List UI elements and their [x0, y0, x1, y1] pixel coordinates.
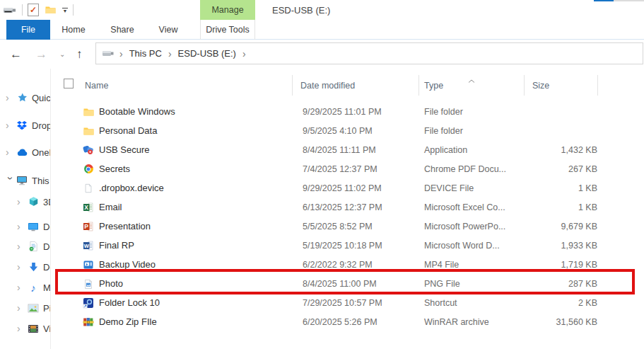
mp4-icon [82, 255, 95, 274]
toolbar-caret-icon[interactable]: ▼ [62, 1, 68, 18]
sidebar-item-music[interactable]: › ♪ Music [0, 278, 51, 297]
file-date: 6/2/2022 9:32 PM [303, 255, 373, 274]
file-row[interactable]: Secrets 7/4/2025 12:37 PM Chrome PDF Doc… [51, 159, 644, 178]
file-type: Microsoft Word D... [424, 236, 500, 255]
column-divider[interactable] [597, 75, 598, 96]
file-size: 267 KB [568, 159, 597, 178]
chevron-right-icon[interactable]: › [17, 282, 27, 293]
column-header-date-modified[interactable]: Date modified [300, 81, 355, 91]
film-icon [27, 323, 40, 334]
column-divider[interactable] [418, 75, 419, 96]
main-area: › Quick access › Dropbox › OneDrive › Th… [0, 69, 644, 349]
tab-view[interactable]: View [151, 20, 185, 40]
tab-file[interactable]: File [6, 20, 50, 40]
winrar-icon [82, 312, 95, 331]
folder-icon[interactable] [45, 1, 57, 18]
cloud-icon [16, 147, 28, 158]
select-all-checkbox[interactable] [64, 79, 74, 88]
forward-arrow-icon[interactable]: → [35, 40, 47, 69]
titlebar-accent-strip [594, 0, 614, 1]
column-header-size[interactable]: Size [532, 81, 549, 91]
sidebar-item-label: 3D Objects [43, 197, 51, 207]
star-icon [16, 92, 28, 103]
address-field[interactable]: › This PC › ESD-USB (E:) › [95, 42, 643, 64]
file-row[interactable]: Bootable Windows 9/29/2025 11:01 PM File… [51, 102, 644, 121]
file-type: Microsoft PowerPo... [424, 217, 505, 236]
file-row[interactable]: Folder Lock 10 7/29/2025 10:57 PM Shortc… [51, 293, 644, 312]
png-image-icon [82, 274, 95, 293]
file-date: 9/5/2025 4:10 PM [303, 121, 373, 140]
file-row[interactable]: Backup Video 6/2/2022 9:32 PM MP4 File 1… [51, 255, 644, 274]
computer-icon [16, 175, 28, 186]
sidebar-item-quick-access[interactable]: › Quick access [0, 88, 51, 107]
file-type: Microsoft Excel Co... [424, 198, 505, 217]
tab-share[interactable]: Share [105, 20, 140, 40]
breadcrumb-this-pc[interactable]: This PC [127, 48, 165, 59]
shortcut-icon [82, 293, 95, 312]
file-size: 1,432 KB [561, 140, 597, 159]
chrome-icon [82, 159, 95, 178]
file-row[interactable]: Demo Zip FIle 6/20/2025 5:26 PM WinRAR a… [51, 312, 644, 331]
sidebar-item-3d-objects[interactable]: › 3D Objects [0, 193, 51, 211]
file-row[interactable]: Personal Data 9/5/2025 4:10 PM File fold… [51, 121, 644, 140]
sidebar-item-documents[interactable]: › Documents [0, 237, 51, 256]
tab-drive-tools[interactable]: Drive Tools [200, 20, 255, 40]
checkbox-icon[interactable]: ✓ [28, 4, 39, 16]
column-header-type[interactable]: Type [424, 81, 443, 91]
recent-locations-caret-icon[interactable]: ⌄ [59, 40, 65, 69]
file-type: Chrome PDF Docu... [424, 159, 506, 178]
file-row[interactable]: .dropbox.device 9/29/2025 11:02 PM DEVIC… [51, 178, 644, 198]
chevron-right-icon[interactable]: › [17, 323, 27, 334]
chevron-down-icon[interactable]: › [5, 177, 16, 187]
back-arrow-icon[interactable]: ← [10, 40, 22, 69]
column-divider[interactable] [292, 75, 293, 96]
sidebar-item-label: Quick access [32, 93, 51, 103]
sidebar-item-dropbox[interactable]: › Dropbox [0, 116, 51, 135]
file-type: Application [424, 140, 467, 159]
tab-home[interactable]: Home [55, 20, 92, 40]
picture-icon [27, 302, 40, 314]
chevron-right-icon[interactable]: › [17, 302, 27, 314]
file-explorer-window: ✓ ▼ Manage ESD-USB (E:) File Home Share … [0, 0, 644, 349]
chevron-right-icon[interactable]: › [17, 261, 27, 273]
file-size: 1,719 KB [561, 255, 597, 274]
sidebar-item-desktop[interactable]: › Desktop [0, 217, 51, 236]
file-date: 5/5/2025 8:52 PM [303, 217, 373, 236]
download-arrow-icon [27, 261, 40, 273]
up-arrow-icon[interactable]: ↑ [76, 40, 83, 69]
file-type: File folder [424, 102, 463, 121]
file-type: PNG File [424, 274, 460, 293]
usb-drive-icon[interactable] [3, 1, 17, 18]
file-name: Photo [99, 274, 123, 293]
sidebar-item-label: Documents [43, 241, 51, 252]
chevron-right-icon[interactable]: › [6, 92, 16, 103]
file-row[interactable]: P Presentation 5/5/2025 8:52 PM Microsof… [51, 217, 644, 236]
breadcrumb-separator: › [165, 48, 175, 59]
sidebar-item-onedrive[interactable]: › OneDrive [0, 143, 51, 161]
column-divider[interactable] [524, 75, 525, 96]
file-row[interactable]: W Final RP 5/19/2025 10:18 PM Microsoft … [51, 236, 644, 255]
sidebar-item-this-pc[interactable]: › This PC [0, 171, 51, 190]
file-date: 6/13/2025 12:37 PM [303, 198, 382, 217]
chevron-right-icon[interactable]: › [6, 147, 16, 158]
file-row[interactable]: USB Secure 8/4/2025 11:11 PM Application… [51, 140, 644, 159]
sidebar-item-pictures[interactable]: › Pictures [0, 299, 51, 317]
file-name: .dropbox.device [99, 178, 164, 198]
svg-text:X: X [84, 203, 88, 210]
breadcrumb-current-drive[interactable]: ESD-USB (E:) [175, 48, 239, 59]
sidebar-item-label: Pictures [43, 303, 51, 314]
file-row[interactable]: X Email 6/13/2025 12:37 PM Microsoft Exc… [51, 198, 644, 217]
sidebar-item-label: Desktop [43, 222, 51, 232]
file-row-highlighted[interactable]: Photo 8/4/2025 11:00 PM PNG File 287 KB [51, 274, 644, 293]
sidebar-item-videos[interactable]: › Videos [0, 319, 51, 338]
file-size: 1,933 KB [561, 236, 597, 255]
sidebar-item-downloads[interactable]: › Downloads [0, 258, 51, 276]
tab-manage[interactable]: Manage [200, 0, 255, 20]
svg-text:W: W [84, 242, 90, 248]
chevron-right-icon[interactable]: › [17, 241, 27, 252]
chevron-right-icon[interactable]: › [17, 196, 27, 207]
chevron-right-icon[interactable]: › [6, 120, 16, 131]
file-name: USB Secure [99, 140, 150, 159]
column-header-name[interactable]: Name [85, 81, 108, 91]
chevron-right-icon[interactable]: › [17, 221, 27, 232]
